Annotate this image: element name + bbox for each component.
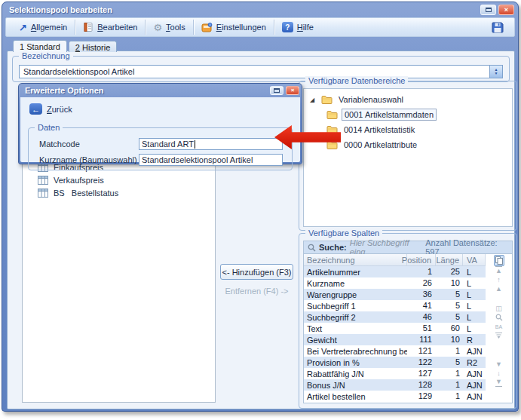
folder-icon bbox=[326, 110, 338, 119]
tree-item-label: 0014 Artikelstatistik bbox=[342, 124, 417, 135]
cell-va: AJN bbox=[463, 392, 486, 401]
table-row[interactable]: Gewicht 111 10 R bbox=[304, 334, 486, 345]
list-item[interactable]: Verkaufspreis bbox=[23, 173, 215, 186]
spalten-groupbox: Verfügbare Spalten Suche: Hier Suchbegri… bbox=[299, 233, 517, 409]
tab-historie[interactable]: 2 Historie bbox=[69, 41, 117, 52]
cell-laenge: 5 bbox=[436, 300, 463, 311]
page-up-icon[interactable]: ▲ bbox=[495, 284, 502, 293]
cell-va: R2 bbox=[463, 358, 486, 367]
col-bezeichnung[interactable]: Bezeichnung bbox=[304, 254, 407, 265]
cell-va: L bbox=[463, 279, 486, 288]
list-item[interactable]: BS Bestellstatus bbox=[23, 186, 215, 199]
scroll-bottom-icon[interactable]: ▼ bbox=[495, 378, 502, 387]
tree-expander-icon[interactable]: ◢ bbox=[310, 97, 317, 103]
restore-button[interactable] bbox=[480, 5, 496, 15]
cell-laenge: 5 bbox=[436, 311, 463, 323]
restore-icon bbox=[486, 8, 492, 12]
move-up-icon[interactable]: ↑ bbox=[497, 275, 501, 284]
menu-tools[interactable]: ⚙ Tools bbox=[146, 19, 192, 35]
table-row[interactable]: Artikel bestellen 129 1 AJN bbox=[304, 391, 486, 402]
toolbar-separator bbox=[75, 20, 75, 35]
table-row[interactable]: Kurzname 26 10 L bbox=[304, 277, 486, 289]
table-row[interactable]: Text 51 60 L bbox=[304, 323, 486, 334]
copy-icon[interactable] bbox=[494, 255, 504, 266]
cell-va: AJN bbox=[463, 347, 486, 356]
spalten-legend: Verfügbare Spalten bbox=[305, 228, 382, 238]
dialog-title: Erweiterte Optionen bbox=[25, 86, 268, 95]
dialog-restore-button[interactable] bbox=[270, 86, 283, 95]
table-columns-icon bbox=[38, 189, 48, 198]
tab-standard[interactable]: 1 Standard bbox=[13, 40, 67, 52]
tree-item[interactable]: ◢ 0001 Artikelstammdaten bbox=[304, 107, 512, 122]
menu-einstellungen-label: Einstellungen bbox=[216, 23, 266, 32]
menu-bearbeiten[interactable]: Bearbeiten bbox=[76, 19, 144, 35]
toolbar-separator bbox=[145, 20, 146, 35]
cell-position: 41 bbox=[407, 300, 436, 311]
datenbereiche-tree[interactable]: ◢ Variablenauswahl ◢ 0001 Artikelstammda… bbox=[303, 88, 513, 227]
restore-icon bbox=[274, 88, 280, 93]
cell-bezeichnung: Gewicht bbox=[304, 336, 407, 345]
cell-laenge: 10 bbox=[436, 334, 463, 345]
cell-position: 128 bbox=[407, 379, 436, 391]
table-row[interactable]: Suchbegriff 1 41 5 L bbox=[304, 300, 486, 311]
bezeichnung-legend: Bezeichnung bbox=[19, 51, 73, 61]
spinner-button[interactable]: ▲▼ bbox=[489, 66, 502, 78]
col-va[interactable]: VA bbox=[463, 254, 486, 265]
matchcode-field[interactable]: Standard ART bbox=[139, 138, 283, 150]
filter-icon[interactable] bbox=[495, 331, 503, 340]
cell-position: 121 bbox=[407, 345, 436, 357]
menu-bearbeiten-label: Bearbeiten bbox=[97, 23, 137, 32]
search-bar[interactable]: Suche: Hier Suchbegriff eing Anzahl Date… bbox=[304, 241, 512, 254]
bezeichnung-combobox[interactable]: Standardselektionspool Artikel ▲▼ bbox=[19, 65, 503, 78]
cell-position: 127 bbox=[407, 368, 436, 379]
spalten-table-container: Suche: Hier Suchbegriff eing Anzahl Date… bbox=[303, 241, 513, 403]
save-button[interactable] bbox=[492, 22, 504, 33]
datenbereiche-groupbox: Verfügbare Datenbereiche ◢ Variablenausw… bbox=[299, 81, 517, 231]
cell-va: AJN bbox=[463, 381, 486, 390]
menu-hilfe[interactable]: ? Hilfe bbox=[275, 19, 320, 35]
tree-item-label: 0001 Artikelstammdaten bbox=[342, 109, 437, 121]
table-row[interactable]: Bonus J/N 128 1 AJN bbox=[304, 379, 486, 391]
gear-icon: ⚙ bbox=[153, 23, 162, 32]
arrow-up-right-icon: ↗ bbox=[19, 23, 27, 32]
table-row[interactable]: Suchbegriff 2 46 5 L bbox=[304, 311, 486, 323]
matchcode-label: Matchcode bbox=[39, 139, 139, 149]
dialog-close-button[interactable]: × bbox=[286, 86, 299, 95]
tree-item-label: Variablenauswahl bbox=[336, 94, 406, 105]
table-row[interactable]: Artikelnummer 1 25 L bbox=[304, 266, 486, 277]
text-caret bbox=[195, 140, 195, 149]
kurzname-field[interactable]: Standardselektionspool Artikel bbox=[139, 154, 283, 166]
page-down-icon[interactable]: ▼ bbox=[495, 360, 502, 369]
cell-position: 1 bbox=[407, 266, 436, 277]
menu-allgemein[interactable]: ↗ Allgemein bbox=[12, 19, 74, 35]
tree-item[interactable]: ◢ Variablenauswahl bbox=[304, 92, 512, 107]
table-row[interactable]: Warengruppe 36 5 L bbox=[304, 289, 486, 300]
add-button[interactable]: <- Hinzufügen (F3) bbox=[220, 264, 293, 280]
erweiterte-optionen-dialog: Erweiterte Optionen × ← Zurück Daten Mat… bbox=[18, 83, 302, 164]
table-row[interactable]: Bei Vertreterabrechnung berücksichtige 1… bbox=[304, 345, 486, 357]
table-body: Artikelnummer 1 25 L Kurzname 26 10 bbox=[304, 266, 486, 402]
col-position[interactable]: Position bbox=[407, 254, 436, 265]
back-button-label: Zurück bbox=[47, 105, 72, 114]
cell-position: 46 bbox=[407, 311, 436, 323]
search-small-icon[interactable] bbox=[495, 313, 503, 322]
menu-tools-label: Tools bbox=[166, 23, 185, 32]
cell-position: 111 bbox=[407, 334, 436, 345]
ba-icon[interactable]: BA bbox=[495, 322, 502, 331]
move-down-icon[interactable]: ↓ bbox=[497, 369, 501, 378]
back-button[interactable]: ← Zurück bbox=[29, 103, 72, 115]
bezeichnung-value: Standardselektionspool Artikel bbox=[20, 67, 489, 76]
table-row[interactable]: Provision in % 122 5 R2 bbox=[304, 357, 486, 368]
col-laenge[interactable]: Länge bbox=[436, 254, 463, 265]
cell-bezeichnung: Suchbegriff 1 bbox=[304, 302, 407, 311]
table-row[interactable]: Rabattfähig J/N 127 1 AJN bbox=[304, 368, 486, 379]
table-header[interactable]: Bezeichnung Position Länge VA bbox=[304, 254, 486, 266]
cell-laenge: 5 bbox=[436, 289, 463, 300]
scroll-top-icon[interactable]: ▲ bbox=[495, 266, 502, 275]
close-button[interactable]: × bbox=[498, 5, 514, 15]
columns-icon[interactable]: ◫ bbox=[495, 304, 502, 313]
cell-va: L bbox=[463, 302, 486, 311]
dialog-titlebar: Erweiterte Optionen × bbox=[19, 84, 302, 97]
toolbar-separator bbox=[193, 20, 194, 35]
menu-einstellungen[interactable]: Einstellungen bbox=[195, 19, 273, 35]
